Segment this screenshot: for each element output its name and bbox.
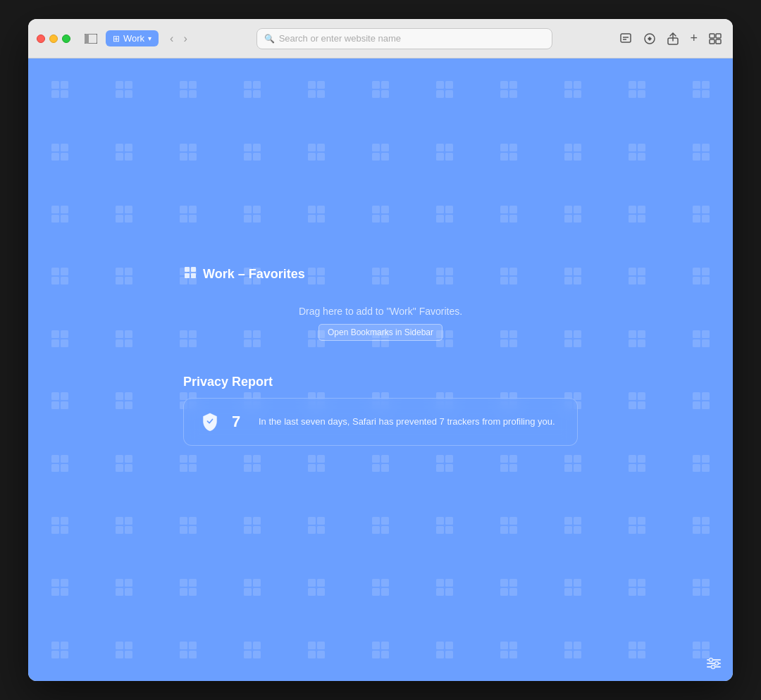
svg-rect-279: [116, 455, 123, 463]
svg-rect-422: [253, 651, 261, 658]
svg-rect-120: [381, 206, 389, 213]
svg-rect-97: [693, 153, 700, 161]
svg-rect-19: [180, 81, 187, 89]
svg-rect-150: [125, 277, 132, 285]
background-icon: [669, 245, 733, 307]
privacy-report-title: Privacy Report: [183, 375, 578, 389]
svg-rect-313: [629, 464, 636, 472]
privacy-report-card[interactable]: 7 In the last seven days, Safari has pre…: [183, 398, 578, 446]
svg-rect-46: [574, 90, 581, 98]
svg-rect-310: [574, 464, 581, 472]
svg-rect-334: [253, 526, 261, 534]
svg-rect-71: [308, 144, 316, 151]
svg-rect-278: [61, 464, 68, 472]
svg-rect-67: [244, 144, 252, 151]
new-tab-button[interactable]: +: [687, 28, 700, 49]
share-button[interactable]: [664, 30, 681, 48]
background-icon: [156, 556, 221, 618]
background-icon: [285, 120, 349, 182]
background-icon: [92, 308, 156, 370]
background-icon: [28, 308, 92, 370]
svg-rect-391: [500, 579, 508, 587]
content-area: Work – Favorites Drag here to add to "Wo…: [28, 58, 733, 681]
forward-button[interactable]: ›: [179, 31, 191, 46]
svg-rect-362: [702, 526, 710, 534]
minimize-button[interactable]: [49, 35, 58, 43]
svg-rect-181: [629, 277, 636, 285]
background-icon: [28, 245, 92, 307]
svg-rect-193: [116, 339, 123, 347]
svg-rect-191: [116, 330, 123, 338]
svg-rect-232: [61, 392, 68, 400]
background-icon: [92, 120, 156, 182]
tabs-overview-button[interactable]: [706, 30, 724, 47]
svg-rect-403: [693, 579, 700, 587]
background-icon: [605, 432, 669, 494]
back-button[interactable]: ‹: [166, 31, 178, 46]
background-icon: [669, 494, 733, 556]
svg-rect-381: [308, 588, 316, 596]
svg-rect-307: [564, 455, 572, 463]
svg-rect-106: [125, 215, 132, 223]
svg-rect-396: [574, 579, 581, 587]
svg-rect-304: [509, 455, 517, 463]
sidebar-toggle-button[interactable]: [82, 31, 100, 46]
svg-rect-335: [308, 517, 316, 525]
svg-rect-127: [500, 206, 508, 213]
background-icon: [605, 245, 669, 307]
extensions-button[interactable]: [641, 30, 659, 48]
svg-rect-24: [253, 81, 261, 89]
maximize-button[interactable]: [62, 35, 70, 43]
background-icon: [476, 183, 540, 245]
open-bookmarks-button[interactable]: Open Bookmarks in Sidebar: [318, 324, 443, 341]
svg-rect-47: [629, 81, 636, 89]
svg-rect-369: [116, 588, 123, 596]
svg-rect-122: [381, 215, 389, 223]
svg-rect-385: [372, 588, 380, 596]
svg-rect-61: [116, 153, 123, 161]
svg-rect-184: [702, 268, 710, 275]
svg-rect-359: [693, 517, 700, 525]
svg-rect-60: [125, 144, 132, 151]
background-icon: [28, 58, 92, 120]
svg-rect-360: [702, 517, 710, 525]
svg-rect-346: [445, 526, 453, 534]
svg-rect-440: [574, 642, 581, 649]
svg-rect-329: [180, 526, 187, 534]
svg-rect-284: [189, 455, 197, 463]
svg-rect-407: [51, 642, 59, 649]
svg-rect-130: [509, 215, 517, 223]
svg-rect-341: [372, 526, 380, 534]
svg-rect-323: [116, 517, 123, 525]
svg-rect-105: [116, 215, 123, 223]
background-icon: [221, 183, 285, 245]
svg-rect-70: [253, 153, 261, 161]
svg-rect-332: [253, 517, 261, 525]
svg-rect-95: [693, 144, 700, 151]
svg-rect-135: [629, 206, 636, 213]
svg-rect-188: [61, 330, 68, 338]
svg-rect-340: [381, 517, 389, 525]
svg-rect-298: [381, 464, 389, 472]
privacy-description: In the last seven days, Safari has preve…: [259, 415, 555, 428]
privacy-shield-button[interactable]: [617, 30, 635, 48]
customize-button[interactable]: [706, 657, 722, 670]
svg-rect-325: [116, 526, 123, 534]
svg-rect-92: [638, 144, 645, 151]
tracker-count: 7: [232, 413, 249, 431]
background-icon: [156, 619, 221, 681]
svg-rect-65: [180, 153, 187, 161]
svg-rect-233: [51, 401, 59, 409]
close-button[interactable]: [37, 35, 45, 43]
work-tab[interactable]: ⊞ Work ▾: [106, 30, 159, 46]
address-bar[interactable]: 🔍 Search or enter website name: [256, 28, 552, 49]
svg-rect-129: [500, 215, 508, 223]
svg-rect-368: [125, 579, 132, 587]
svg-rect-238: [125, 401, 132, 409]
svg-rect-415: [180, 642, 187, 649]
svg-rect-10: [716, 39, 721, 44]
svg-rect-406: [702, 588, 710, 596]
svg-rect-41: [500, 90, 508, 98]
background-icon: [476, 494, 540, 556]
svg-rect-431: [436, 642, 444, 649]
